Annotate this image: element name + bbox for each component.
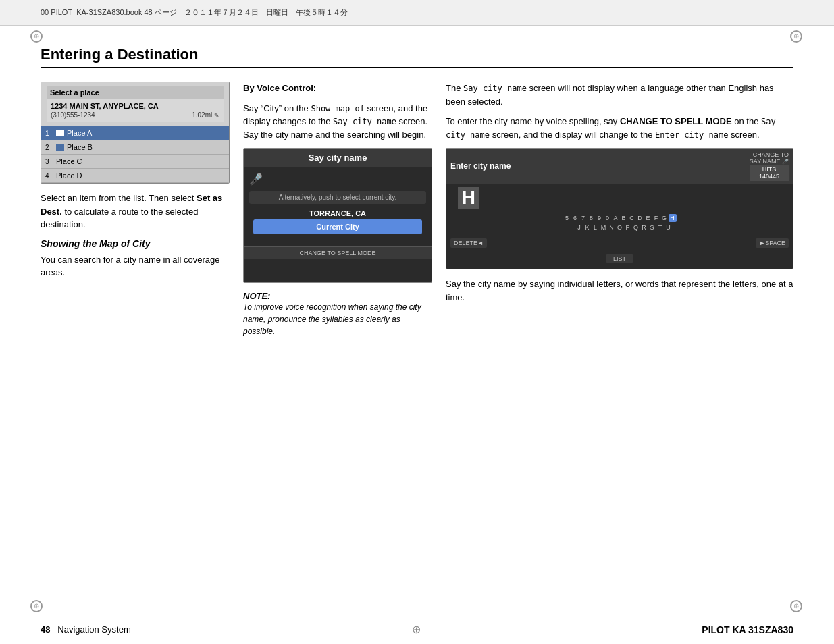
header-bar: 00 PILOT_KA-31SZA830.book 48 ページ ２０１１年７月… [0, 0, 834, 26]
key-F[interactable]: F [652, 214, 660, 222]
key-8[interactable]: 8 [588, 214, 596, 222]
key-I[interactable]: I [567, 223, 575, 232]
main-content: Entering a Destination Select a place 12… [41, 26, 793, 603]
key-L[interactable]: L [592, 223, 600, 232]
say-individual-text: Say the city name by saying individual l… [446, 277, 793, 304]
key-9[interactable]: 9 [596, 214, 604, 222]
say-city-name-ref-right: Say city name [463, 84, 527, 93]
keyboard-row2: I J K L M N O P Q R S T U [448, 223, 791, 232]
key-N[interactable]: N [608, 223, 616, 232]
place-num-3: 3 [45, 158, 56, 165]
key-R[interactable]: R [640, 223, 648, 232]
entry-dash: – [450, 193, 455, 203]
place-name-3: Place C [56, 157, 82, 165]
enter-city-name-ref: Enter city name [655, 130, 728, 140]
space-button[interactable]: ►SPACE [756, 238, 789, 248]
key-6[interactable]: 6 [571, 214, 579, 222]
key-C[interactable]: C [628, 214, 636, 222]
delete-button[interactable]: DELETE◄ [450, 238, 487, 248]
change-spell-mode-btn[interactable]: CHANGE TO SPELL MODE [244, 246, 432, 259]
key-M[interactable]: M [600, 223, 608, 232]
phone-row: (310)555-1234 1.02mi ✎ [51, 111, 219, 119]
place-name-4: Place D [56, 171, 82, 180]
place-num-2: 2 [45, 144, 56, 151]
key-0[interactable]: 0 [604, 214, 612, 222]
key-G[interactable]: G [660, 214, 669, 222]
right-column: The Say city name screen will not displa… [446, 82, 793, 338]
key-U[interactable]: U [664, 223, 673, 232]
key-K[interactable]: K [583, 223, 592, 232]
footer-label: Navigation System [53, 624, 131, 635]
say-city-screen: Say city name 🎤 Alternatively, push to s… [243, 148, 432, 283]
left-body-text: Select an item from the list. Then selec… [41, 192, 230, 232]
page-title: Entering a Destination [41, 46, 793, 68]
by-voice-label: By Voice Control: [243, 82, 432, 95]
hits-label: HITS [752, 166, 786, 173]
place-list: 1 Place A 2 Place B 3 Place C [41, 126, 229, 183]
body-text2: to calculate a route to the selected des… [41, 207, 198, 230]
key-E[interactable]: E [644, 214, 652, 222]
key-H-highlight[interactable]: H [669, 214, 677, 222]
footer-center-mark: ⊕ [412, 623, 421, 636]
say-city-body: 🎤 Alternatively, push to select current … [244, 167, 432, 244]
list-btn-row: LIST [446, 250, 793, 265]
key-B[interactable]: B [620, 214, 628, 222]
section-heading: Showing the Map of City [41, 238, 230, 249]
screen-title-text: Select a place [50, 88, 99, 97]
address-line1: 1234 MAIN ST, ANYPLACE, CA [51, 102, 219, 110]
note-label: NOTE: [243, 291, 432, 301]
key-Q[interactable]: Q [632, 223, 640, 232]
hits-box: HITS 140445 [750, 165, 789, 181]
hits-value: 140445 [752, 173, 786, 180]
mic-icon: 🎤 [249, 173, 426, 186]
select-place-header: Select a place 1234 MAIN ST, ANYPLACE, C… [41, 82, 229, 126]
key-D[interactable]: D [636, 214, 644, 222]
keyboard-row1: 5 6 7 8 9 0 A B C D E F G [448, 214, 791, 222]
footer-left: 48 Navigation System [41, 624, 131, 635]
header-text: 00 PILOT_KA-31SZA830.book 48 ページ ２０１１年７月… [41, 7, 348, 18]
left-column: Select a place 1234 MAIN ST, ANYPLACE, C… [41, 82, 230, 338]
key-O[interactable]: O [616, 223, 624, 232]
list-button[interactable]: LIST [606, 254, 633, 263]
enter-city-screen: Enter city name CHANGE TO SAY NAME 🎤 HIT… [446, 148, 793, 269]
change-to-spell-mode-ref: CHANGE TO SPELL MODE [620, 116, 732, 126]
section-body: You can search for a city name in all co… [41, 253, 230, 279]
key-7[interactable]: 7 [579, 214, 588, 222]
page-footer: 48 Navigation System ⊕ PILOT KA 31SZA830 [41, 623, 793, 636]
key-T[interactable]: T [656, 223, 664, 232]
right-intro-text: The Say city name screen will not displa… [446, 82, 793, 108]
page-number: 48 [41, 624, 50, 635]
entry-row: – H [446, 184, 793, 211]
place-item-3[interactable]: 3 Place C [41, 155, 229, 169]
columns-layout: Select a place 1234 MAIN ST, ANYPLACE, C… [41, 82, 793, 338]
keyboard-area: 5 6 7 8 9 0 A B C D E F G [446, 211, 793, 236]
key-A[interactable]: A [612, 214, 620, 222]
alt-push-text: Alternatively, push to select current ci… [249, 191, 426, 204]
key-P[interactable]: P [624, 223, 632, 232]
key-S[interactable]: S [648, 223, 656, 232]
place-num-4: 4 [45, 172, 56, 180]
note-section: NOTE: To improve voice recognition when … [243, 291, 432, 338]
bottom-controls: DELETE◄ ►SPACE [446, 236, 793, 250]
place-icon-1 [56, 130, 64, 136]
intro-text1: The [446, 83, 463, 93]
spell-text1: To enter the city name by voice spelling… [446, 116, 620, 126]
current-city-button[interactable]: Current City [253, 219, 422, 234]
body-text1: Select an item from the list. Then selec… [41, 193, 197, 203]
key-J[interactable]: J [575, 223, 583, 232]
place-item-2[interactable]: 2 Place B [41, 140, 229, 155]
by-voice-text1: Say “City” on the [243, 103, 311, 113]
select-place-screen: Select a place 1234 MAIN ST, ANYPLACE, C… [41, 82, 230, 184]
place-item-1[interactable]: 1 Place A [41, 126, 229, 140]
spell-text2: on the [732, 116, 761, 126]
place-item-4[interactable]: 4 Place D [41, 169, 229, 183]
note-text: To improve voice recognition when saying… [243, 301, 432, 338]
key-5[interactable]: 5 [563, 214, 571, 222]
spell-text4: screen. [728, 130, 759, 140]
place-name-2: Place B [67, 143, 93, 151]
change-to-say-text: CHANGE TO SAY NAME 🎤 [750, 151, 789, 165]
change-to-say-area: CHANGE TO SAY NAME 🎤 HITS 140445 [750, 151, 789, 181]
spell-mode-text: To enter the city name by voice spelling… [446, 115, 793, 141]
entry-letter: H [458, 187, 479, 209]
by-voice-body: Say “City” on the Show map of screen, an… [243, 102, 432, 142]
